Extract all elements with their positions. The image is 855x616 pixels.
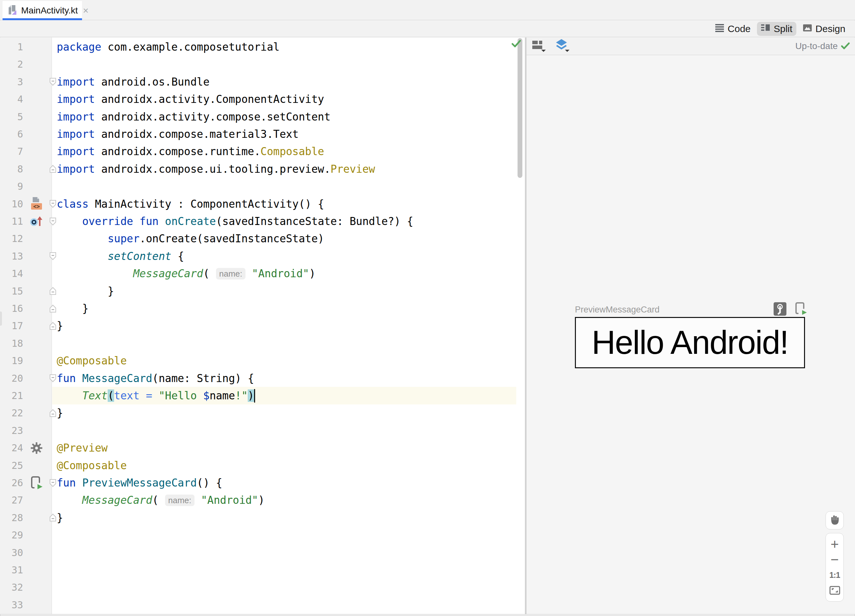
tab-mainactivity[interactable]: MainActivity.kt × — [3, 1, 82, 20]
line-number[interactable]: 11 — [0, 213, 23, 230]
code-line[interactable]: 11 override fun onCreate(savedInstanceSt… — [0, 213, 525, 230]
line-number[interactable]: 2 — [0, 55, 23, 73]
code-line[interactable]: 10 <> class MainActivity : ComponentActi… — [0, 195, 525, 213]
fold-start-icon — [49, 478, 57, 487]
code-line[interactable]: 8 import androidx.compose.ui.tooling.pre… — [0, 160, 525, 178]
code-line[interactable]: 32 — [0, 579, 525, 596]
line-number[interactable]: 14 — [0, 265, 23, 282]
code-line[interactable]: 13 setContent { — [0, 247, 525, 265]
code-text: import androidx.activity.ComponentActivi… — [57, 90, 324, 108]
line-number[interactable]: 9 — [0, 178, 23, 195]
code-line[interactable]: 1package com.example.composetutorial — [0, 38, 525, 56]
line-number[interactable]: 20 — [0, 369, 23, 387]
line-number[interactable]: 32 — [0, 579, 23, 596]
code-line[interactable]: 15 } — [0, 282, 525, 300]
pan-tool-button[interactable] — [826, 511, 844, 529]
line-number[interactable]: 5 — [0, 108, 23, 126]
zoom-controls: + − 1:1 — [826, 533, 844, 602]
line-number[interactable]: 10 — [0, 195, 23, 213]
code-line[interactable]: 23 — [0, 422, 525, 440]
code-line[interactable]: 27 MessageCard( name: "Android") — [0, 491, 525, 509]
code-text: @Composable — [57, 457, 127, 474]
line-number[interactable]: 12 — [0, 230, 23, 247]
code-line[interactable]: 14 MessageCard( name: "Android") — [0, 265, 525, 282]
line-number[interactable]: 33 — [0, 596, 23, 614]
code-line[interactable]: 33 — [0, 596, 525, 614]
code-line[interactable]: 28 } — [0, 509, 525, 527]
code-text: fun MessageCard(name: String) { — [57, 369, 254, 387]
code-line[interactable]: 25@Composable — [0, 457, 525, 474]
line-number[interactable]: 21 — [0, 387, 23, 405]
compose-preview-render[interactable]: Hello Android! — [575, 317, 805, 368]
line-number[interactable]: 25 — [0, 457, 23, 474]
code-text: } — [57, 317, 63, 335]
tab-close-icon[interactable]: × — [83, 6, 89, 15]
code-mode-button[interactable]: Code — [711, 21, 755, 36]
code-text: @Preview — [57, 439, 108, 457]
line-number[interactable]: 15 — [0, 282, 23, 300]
line-number[interactable]: 30 — [0, 544, 23, 561]
line-number[interactable]: 4 — [0, 90, 23, 108]
line-number[interactable]: 26 — [0, 474, 23, 492]
zoom-in-button[interactable]: + — [830, 537, 839, 552]
code-line[interactable]: 20 fun MessageCard(name: String) { — [0, 369, 525, 387]
code-line[interactable]: 7import androidx.compose.runtime.Composa… — [0, 143, 525, 160]
code-line[interactable]: 2 — [0, 55, 525, 73]
layers-icon[interactable] — [555, 39, 570, 54]
line-number[interactable]: 1 — [0, 38, 23, 56]
line-number[interactable]: 18 — [0, 335, 23, 352]
code-line[interactable]: 18 — [0, 335, 525, 352]
zoom-actual-size-button[interactable]: 1:1 — [829, 568, 840, 582]
code-line[interactable]: 3 import android.os.Bundle — [0, 73, 525, 91]
gear-icon — [31, 442, 43, 454]
line-number[interactable]: 19 — [0, 352, 23, 369]
code-line[interactable]: 26 fun PreviewMessageCard() { — [0, 474, 525, 492]
line-number[interactable]: 29 — [0, 526, 23, 544]
line-number[interactable]: 27 — [0, 491, 23, 509]
split-mode-button[interactable]: Split — [757, 22, 796, 36]
view-options-icon[interactable] — [532, 39, 546, 54]
line-number[interactable]: 6 — [0, 125, 23, 143]
line-number[interactable]: 24 — [0, 439, 23, 457]
line-number[interactable]: 31 — [0, 561, 23, 579]
line-number[interactable]: 13 — [0, 247, 23, 265]
design-mode-icon — [803, 23, 812, 34]
code-line[interactable]: 19@Composable — [0, 352, 525, 369]
line-number[interactable]: 7 — [0, 143, 23, 160]
line-number[interactable]: 8 — [0, 160, 23, 178]
editor-scrollbar[interactable] — [518, 38, 522, 178]
run-preview-on-device-icon[interactable] — [794, 302, 808, 317]
line-number[interactable]: 23 — [0, 422, 23, 440]
code-line[interactable]: 29 — [0, 526, 525, 544]
code-line[interactable]: 31 — [0, 561, 525, 579]
code-line[interactable]: 24 @Preview — [0, 439, 525, 457]
zoom-out-button[interactable]: − — [830, 552, 839, 567]
android-studio-window: MainActivity.kt × Code Split — [0, 0, 855, 616]
preview-header: PreviewMessageCard — [575, 302, 808, 317]
code-editor[interactable]: 1package com.example.composetutorial23 i… — [0, 37, 525, 614]
design-mode-button[interactable]: Design — [799, 22, 849, 36]
code-line[interactable]: 30 — [0, 544, 525, 561]
inspections-ok-icon[interactable] — [512, 40, 521, 48]
line-number[interactable]: 17 — [0, 317, 23, 335]
code-line[interactable]: 21 Text(text = "Hello $name!") — [0, 387, 525, 405]
line-number[interactable]: 16 — [0, 300, 23, 317]
line-number[interactable]: 3 — [0, 73, 23, 91]
code-line[interactable]: 17 } — [0, 317, 525, 335]
fold-start-icon — [49, 374, 57, 383]
line-number[interactable]: 22 — [0, 404, 23, 422]
code-text: class MainActivity : ComponentActivity()… — [57, 195, 324, 213]
code-line[interactable]: 9 — [0, 178, 525, 195]
code-line[interactable]: 16 } — [0, 300, 525, 317]
code-line[interactable]: 5import androidx.activity.compose.setCon… — [0, 108, 525, 126]
line-number[interactable]: 28 — [0, 509, 23, 527]
code-text: } — [57, 300, 89, 317]
code-line[interactable]: 4import androidx.activity.ComponentActiv… — [0, 90, 525, 108]
code-line[interactable]: 12 super.onCreate(savedInstanceState) — [0, 230, 525, 247]
main-split-area: 1package com.example.composetutorial23 i… — [0, 37, 855, 614]
code-line[interactable]: 22 } — [0, 404, 525, 422]
code-text: import androidx.compose.runtime.Composab… — [57, 143, 324, 160]
zoom-to-fit-button[interactable] — [829, 583, 840, 598]
code-line[interactable]: 6import androidx.compose.material3.Text — [0, 125, 525, 143]
interactive-preview-icon[interactable] — [774, 302, 786, 317]
